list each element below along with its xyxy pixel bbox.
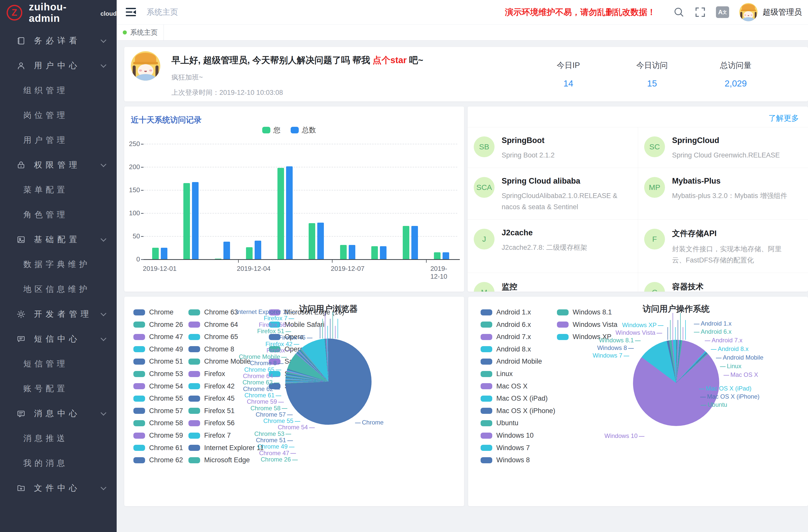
star-link[interactable]: 点个star (372, 55, 406, 65)
legend-swatch (188, 334, 200, 340)
sidebar-group-5[interactable]: 开发者管理 (0, 302, 117, 327)
sidebar-collapse-icon[interactable] (126, 8, 136, 17)
pie-legend-Android Mobile[interactable]: Android Mobile (481, 357, 542, 365)
pie-legend-Chrome 53[interactable]: Chrome 53 (133, 370, 183, 378)
pie-legend-Android 7.x[interactable]: Android 7.x (481, 333, 531, 341)
pie-legend-Firefox 56[interactable]: Firefox 56 (188, 419, 235, 427)
pie-legend-Android 1.x[interactable]: Android 1.x (481, 308, 531, 316)
sms-icon (17, 335, 25, 343)
tech-initials-badge: M (474, 282, 495, 292)
tech-card-desc: J2cache2.7.8: 二级缓存框架 (502, 242, 587, 253)
legend-swatch (481, 408, 492, 414)
pie-callout-Mac OS X: Mac OS X (722, 371, 758, 378)
pie-legend-Firefox 45[interactable]: Firefox 45 (188, 395, 235, 402)
pie-legend-Android 8.x[interactable]: Android 8.x (481, 345, 531, 353)
sidebar-item[interactable]: 消息推送 (0, 426, 117, 451)
user-avatar[interactable] (739, 3, 757, 21)
language-switch-icon[interactable]: A文 (716, 6, 729, 18)
sidebar-group-4[interactable]: 基础配置 (0, 227, 117, 252)
sidebar-group-2[interactable]: 用户中心 (0, 53, 117, 78)
sidebar-item[interactable]: 菜单配置 (0, 178, 117, 202)
tab-system-home[interactable]: 系统主页 (117, 24, 164, 40)
fullscreen-icon[interactable] (695, 6, 706, 18)
tech-card-2: SCSpringCloudSpring Cloud Greenwich.RELE… (638, 127, 808, 168)
pie-legend-Ubuntu[interactable]: Ubuntu (481, 419, 518, 427)
pie-legend-Mac OS X (iPad)[interactable]: Mac OS X (iPad) (481, 395, 548, 402)
pie-callout-Firefox: Firefox (267, 347, 293, 354)
pie-legend-Mac OS X[interactable]: Mac OS X (481, 382, 528, 390)
pie-legend-Chrome 55[interactable]: Chrome 55 (133, 395, 183, 402)
sidebar-item[interactable]: 地区信息维护 (0, 277, 117, 302)
sidebar-item[interactable]: 数据字典维护 (0, 252, 117, 277)
pie-legend-Chrome 59[interactable]: Chrome 59 (133, 432, 183, 439)
sidebar-group-6[interactable]: 短信中心 (0, 327, 117, 351)
pie-legend-Chrome 58[interactable]: Chrome 58 (133, 419, 183, 427)
sidebar-item-label: 岗位管理 (23, 110, 68, 121)
bar-您-2019-12-09 (403, 226, 409, 259)
pie-legend-Chrome 61[interactable]: Chrome 61 (133, 444, 183, 452)
stats-row: 今日IP14今日访问15总访问量2,029 (527, 60, 777, 89)
sidebar-group-7[interactable]: 消息中心 (0, 401, 117, 426)
legend-swatch-总数[interactable] (291, 127, 299, 133)
pie-legend-Chrome 8[interactable]: Chrome 8 (188, 345, 234, 353)
y-tick-mark (141, 213, 144, 214)
pie-legend-Firefox 42[interactable]: Firefox 42 (188, 382, 235, 390)
sidebar-item[interactable]: 岗位管理 (0, 103, 117, 128)
sidebar-group-1[interactable]: 务必详看 (0, 29, 117, 53)
pie-legend-Android 6.x[interactable]: Android 6.x (481, 321, 531, 329)
search-icon[interactable] (673, 6, 684, 18)
logo: Z zuihou-admin cloud (0, 0, 117, 25)
pie-legend-Mac OS X (iPhone)[interactable]: Mac OS X (iPhone) (481, 407, 555, 415)
pie-legend-Internet Explorer 11[interactable]: Internet Explorer 11 (188, 444, 264, 452)
pie-legend-Chrome 54[interactable]: Chrome 54 (133, 382, 183, 390)
sidebar-item[interactable]: 角色管理 (0, 202, 117, 227)
sidebar-item[interactable]: 我的消息 (0, 451, 117, 476)
bar-您-2019-12-01 (152, 248, 159, 259)
y-tick-mark (141, 190, 144, 191)
legend-label: Firefox (204, 370, 225, 378)
pie-legend-Chrome 51[interactable]: Chrome 51 (133, 357, 183, 365)
chevron-down-icon (101, 161, 107, 167)
pie-legend-Linux[interactable]: Linux (481, 370, 513, 378)
user-name[interactable]: 超级管理员 (763, 7, 802, 18)
legend-swatch-您[interactable] (262, 127, 270, 133)
legend-swatch (557, 322, 569, 328)
pie-legend-Windows 8[interactable]: Windows 8 (481, 456, 530, 464)
tech-card-5: JJ2cacheJ2cache2.7.8: 二级缓存框架 (468, 219, 638, 273)
sidebar-group-3[interactable]: 权限管理 (0, 153, 117, 178)
pie-legend-Chrome[interactable]: Chrome (133, 308, 173, 316)
pie-legend-Firefox[interactable]: Firefox (188, 370, 225, 378)
legend-label[interactable]: 您 (273, 125, 280, 135)
pie-legend-Firefox 51[interactable]: Firefox 51 (188, 407, 235, 415)
legend-swatch (133, 309, 145, 315)
tech-card-desc: Spring Boot 2.1.2 (502, 150, 555, 161)
pie-legend-Windows 7[interactable]: Windows 7 (481, 444, 530, 452)
sidebar-item[interactable]: 短信管理 (0, 351, 117, 376)
pie-legend-Firefox 7[interactable]: Firefox 7 (188, 432, 231, 439)
sidebar-group-8[interactable]: 文件中心 (0, 476, 117, 500)
pie-legend-Chrome 26[interactable]: Chrome 26 (133, 321, 183, 329)
pie-legend-Chrome 49[interactable]: Chrome 49 (133, 345, 183, 353)
pie-legend-Windows 10[interactable]: Windows 10 (481, 432, 534, 439)
pie-legend-Windows 8.1[interactable]: Windows 8.1 (557, 308, 612, 316)
pie-legend-Chrome 62[interactable]: Chrome 62 (133, 456, 183, 464)
sidebar-item[interactable]: 账号配置 (0, 376, 117, 401)
legend-label: Chrome 55 (149, 395, 183, 402)
sidebar-item[interactable]: 组织管理 (0, 78, 117, 103)
legend-swatch (188, 371, 200, 377)
pie-legend-Chrome 63[interactable]: Chrome 63 (188, 308, 238, 316)
pie-callout-Chrome 59: Chrome 59 (247, 398, 285, 405)
pie-legend-Microsoft Edge[interactable]: Microsoft Edge (188, 456, 250, 464)
pie-legend-Chrome 47[interactable]: Chrome 47 (133, 333, 183, 341)
legend-label[interactable]: 总数 (302, 125, 316, 135)
sidebar-item[interactable]: 用户管理 (0, 128, 117, 153)
bar-您-2019-12-02 (183, 183, 190, 259)
legend-swatch (133, 433, 145, 439)
pie-legend-Chrome 65[interactable]: Chrome 65 (188, 333, 238, 341)
pie-legend-Chrome 64[interactable]: Chrome 64 (188, 321, 238, 329)
x-axis-tick (238, 260, 239, 263)
pie-callout-Chrome 51: Chrome 51 (256, 437, 294, 444)
pie-legend-Chrome 57[interactable]: Chrome 57 (133, 407, 183, 415)
pie-legend-Windows Vista[interactable]: Windows Vista (557, 321, 618, 329)
learn-more-link[interactable]: 了解更多 (768, 113, 799, 124)
